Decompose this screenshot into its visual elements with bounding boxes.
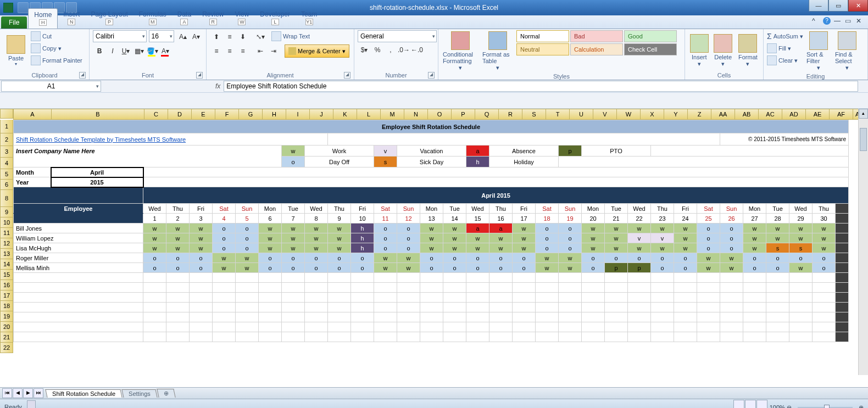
col-header[interactable]: J (310, 109, 333, 120)
fill-button[interactable]: Fill ▾ (767, 42, 803, 54)
row-header[interactable]: 21 (0, 332, 13, 343)
col-header[interactable]: U (570, 109, 593, 120)
row-header[interactable]: 6 (0, 180, 13, 190)
autosum-button[interactable]: Σ AutoSum ▾ (767, 30, 803, 42)
tab-nav-prev-icon[interactable]: ◀ (13, 388, 23, 398)
conditional-formatting-button[interactable]: Conditional Formatting▾ (442, 30, 479, 72)
col-header[interactable]: W (617, 109, 641, 120)
row-header[interactable]: 14 (0, 259, 13, 270)
row-header[interactable]: 13 (0, 249, 13, 259)
col-header[interactable]: O (428, 109, 452, 120)
cell-style-normal[interactable]: Normal (516, 30, 569, 42)
accounting-button[interactable]: $▾ (358, 43, 371, 57)
tab-team[interactable]: TeamY1 (296, 8, 322, 29)
file-tab[interactable]: File (1, 16, 27, 29)
cell-style-bad[interactable]: Bad (570, 30, 623, 42)
cell-style-neutral[interactable]: Neutral (516, 43, 569, 55)
col-header[interactable]: T (546, 109, 570, 120)
fx-icon[interactable]: fx (215, 82, 220, 90)
sheet-tab-settings[interactable]: Settings (121, 389, 157, 398)
comma-button[interactable]: , (384, 43, 397, 57)
tab-home[interactable]: HomeH (28, 8, 58, 29)
vertical-scrollbar[interactable]: ▴ (858, 109, 868, 375)
col-header[interactable]: V (593, 109, 617, 120)
select-all-corner[interactable] (0, 109, 13, 119)
align-bottom-button[interactable]: ⬇ (236, 30, 249, 43)
doc-close-icon[interactable]: ✕ (856, 17, 864, 25)
row-header[interactable]: 12 (0, 238, 13, 249)
tab-data[interactable]: DataA (172, 8, 197, 29)
align-middle-button[interactable]: ≡ (223, 30, 236, 43)
tab-review[interactable]: ReviewR (197, 8, 229, 29)
row-header[interactable]: 18 (0, 301, 13, 311)
col-header[interactable]: AE (806, 109, 830, 120)
row-header[interactable]: 9 (0, 207, 13, 217)
tab-view[interactable]: ViewW (230, 8, 255, 29)
align-top-button[interactable]: ⬆ (210, 30, 223, 43)
grow-font-button[interactable]: A▴ (176, 30, 190, 43)
view-buttons[interactable] (733, 404, 768, 409)
bold-button[interactable]: B (93, 44, 106, 58)
maximize-button[interactable]: ▭ (828, 0, 848, 12)
col-header[interactable]: Z (688, 109, 711, 120)
col-header[interactable]: AA (711, 109, 735, 120)
row-header[interactable]: 4 (0, 158, 13, 169)
inc-indent-button[interactable]: ⇥ (267, 44, 280, 58)
row-header[interactable]: 17 (0, 290, 13, 301)
formula-bar[interactable]: Employee Shift Rotation Schedule (224, 81, 858, 92)
format-as-table-button[interactable]: Format as Table▾ (481, 30, 514, 72)
doc-minimize-icon[interactable]: — (834, 17, 842, 25)
border-button[interactable]: ▦▾ (132, 44, 146, 58)
col-header[interactable]: AC (759, 109, 782, 120)
zoom-level[interactable]: 100% (770, 404, 785, 409)
col-header[interactable]: G (239, 109, 263, 120)
name-box[interactable]: A1 (1, 81, 101, 92)
inc-decimal-button[interactable]: .0→ (397, 43, 410, 57)
dialog-launcher-icon[interactable]: ◢ (344, 72, 350, 79)
row-header[interactable]: 8 (0, 190, 13, 207)
font-size-select[interactable]: 16 (149, 30, 174, 42)
tab-developer[interactable]: DeveloperL (254, 8, 296, 29)
tab-insert[interactable]: InsertN (58, 8, 85, 29)
row-header[interactable]: 3 (0, 146, 13, 158)
col-header[interactable]: H (263, 109, 286, 120)
row-header[interactable]: 5 (0, 169, 13, 180)
fill-color-button[interactable]: 🪣▾ (146, 44, 159, 58)
help-icon[interactable]: ? (823, 17, 831, 25)
underline-button[interactable]: U▾ (119, 44, 132, 58)
cell-style-check-cell[interactable]: Check Cell (624, 43, 677, 55)
italic-button[interactable]: I (106, 44, 119, 58)
sheet-tab-new[interactable]: ⊕ (157, 389, 175, 398)
delete-cells-button[interactable]: Delete▾ (712, 30, 733, 71)
clear-button[interactable]: Clear ▾ (767, 54, 803, 66)
tab-nav-last-icon[interactable]: ⏭ (34, 388, 43, 398)
align-center-button[interactable]: ≡ (223, 44, 236, 58)
row-header[interactable]: 15 (0, 270, 13, 280)
percent-button[interactable]: % (371, 43, 384, 57)
insert-cells-button[interactable]: Insert▾ (688, 30, 710, 71)
row-header[interactable]: 20 (0, 322, 13, 332)
doc-restore-icon[interactable]: ▭ (845, 17, 853, 25)
row-header[interactable]: 1 (0, 120, 13, 133)
dec-indent-button[interactable]: ⇤ (254, 44, 267, 58)
col-header[interactable]: AD (782, 109, 806, 120)
align-right-button[interactable]: ≡ (236, 44, 249, 58)
font-color-button[interactable]: A▾ (159, 44, 172, 58)
find-select-button[interactable]: Find & Select▾ (834, 30, 860, 72)
macro-record-icon[interactable] (27, 400, 36, 408)
orientation-button[interactable]: ⤡▾ (254, 30, 267, 43)
row-header[interactable]: 11 (0, 228, 13, 238)
merge-center-button[interactable]: Merge & Center ▾ (285, 44, 349, 58)
col-header[interactable]: N (404, 109, 428, 120)
font-name-select[interactable]: Calibri (93, 30, 147, 42)
dialog-launcher-icon[interactable]: ◢ (196, 72, 203, 79)
col-header[interactable]: L (357, 109, 381, 120)
ribbon-minimize-icon[interactable]: ^ (812, 17, 820, 25)
col-header[interactable]: D (168, 109, 192, 120)
dialog-launcher-icon[interactable]: ◢ (79, 72, 86, 79)
wrap-text-button[interactable]: Wrap Text (271, 30, 310, 42)
row-header[interactable]: 19 (0, 311, 13, 322)
spreadsheet-grid[interactable]: Employee Shift Rotation ScheduleShift Ro… (13, 120, 849, 342)
col-header[interactable]: S (522, 109, 546, 120)
zoom-out-button[interactable]: ⊖ (787, 404, 792, 409)
